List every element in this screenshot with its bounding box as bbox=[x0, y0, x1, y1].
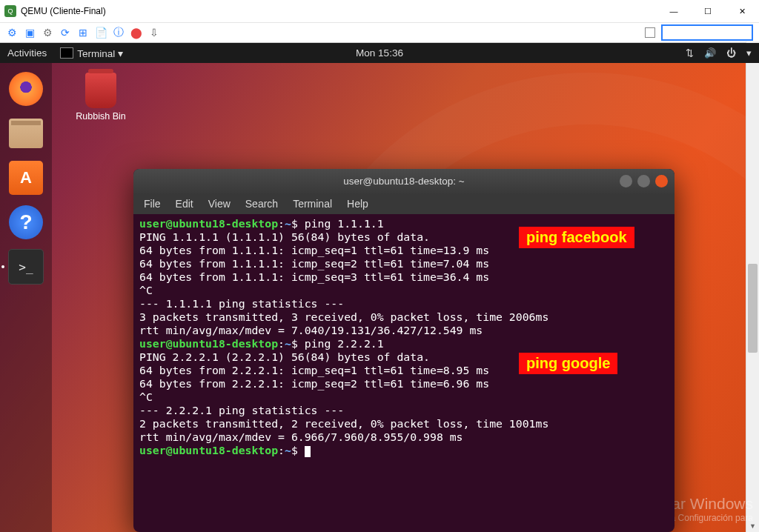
chevron-down-icon[interactable]: ▾ bbox=[746, 47, 752, 59]
terminal-minimize[interactable] bbox=[620, 175, 632, 187]
activities-button[interactable]: Activities bbox=[7, 47, 47, 59]
stop-icon[interactable]: ⬤ bbox=[130, 27, 142, 39]
maximize-button[interactable]: ☐ bbox=[691, 0, 725, 22]
fullscreen-icon[interactable]: ▣ bbox=[24, 27, 36, 39]
sound-icon[interactable]: 🔊 bbox=[704, 47, 716, 59]
guest-desktop: Activities Terminal ▾ Mon 15:36 ⇅ 🔊 ⏻ ▾ … bbox=[0, 43, 759, 532]
app-menu[interactable]: Terminal ▾ bbox=[60, 47, 123, 59]
cursor bbox=[305, 446, 311, 457]
dock-files[interactable] bbox=[7, 115, 44, 152]
trash-label: Rubbish Bin bbox=[71, 111, 130, 122]
trash-icon bbox=[85, 73, 116, 108]
menu-search[interactable]: Search bbox=[245, 198, 278, 210]
app-menu-label: Terminal ▾ bbox=[77, 47, 123, 59]
keyboard-indicator bbox=[645, 27, 655, 38]
qemu-icon: Q bbox=[4, 5, 16, 17]
terminal-icon bbox=[60, 47, 73, 59]
dock-software[interactable]: A bbox=[7, 159, 44, 196]
info-icon[interactable]: ⓘ bbox=[113, 27, 125, 39]
terminal-body[interactable]: user@ubuntu18-desktop:~$ ping 1.1.1.1 PI… bbox=[133, 214, 675, 460]
dock: A ? >_ bbox=[0, 63, 52, 532]
gnome-topbar: Activities Terminal ▾ Mon 15:36 ⇅ 🔊 ⏻ ▾ bbox=[0, 43, 759, 63]
menu-help[interactable]: Help bbox=[347, 198, 368, 210]
terminal-title: user@ubuntu18-desktop: ~ bbox=[343, 176, 464, 187]
terminal-maximize[interactable] bbox=[637, 175, 650, 187]
close-button[interactable]: ✕ bbox=[725, 0, 759, 22]
annotation-facebook: ping facebook bbox=[519, 227, 634, 248]
settings-icon[interactable]: ⚙ bbox=[42, 27, 53, 39]
menu-terminal[interactable]: Terminal bbox=[293, 198, 332, 210]
menu-file[interactable]: File bbox=[144, 198, 161, 210]
terminal-titlebar[interactable]: user@ubuntu18-desktop: ~ bbox=[133, 169, 675, 193]
annotation-google: ping google bbox=[519, 353, 617, 374]
doc-icon[interactable]: 📄 bbox=[95, 27, 107, 39]
connect-icon[interactable]: ⚙ bbox=[6, 27, 18, 39]
desktop-trash[interactable]: Rubbish Bin bbox=[71, 73, 130, 122]
terminal-window: user@ubuntu18-desktop: ~ File Edit View … bbox=[133, 169, 675, 532]
clock[interactable]: Mon 15:36 bbox=[356, 47, 403, 59]
minimize-button[interactable]: — bbox=[657, 0, 691, 22]
dock-help[interactable]: ? bbox=[7, 204, 44, 241]
import-icon[interactable]: ⇩ bbox=[148, 27, 160, 39]
scroll-thumb[interactable] bbox=[748, 264, 758, 353]
dock-firefox[interactable] bbox=[7, 70, 44, 107]
windows-icon[interactable]: ⊞ bbox=[77, 27, 89, 39]
power-icon[interactable]: ⏻ bbox=[726, 47, 736, 59]
dock-terminal[interactable]: >_ bbox=[7, 248, 44, 285]
terminal-menubar: File Edit View Search Terminal Help bbox=[133, 193, 675, 214]
menu-edit[interactable]: Edit bbox=[176, 198, 193, 210]
host-scrollbar[interactable]: ▲ ▼ bbox=[746, 41, 759, 532]
window-title: QEMU (Cliente-Final) bbox=[21, 6, 657, 16]
refresh-icon[interactable]: ⟳ bbox=[59, 27, 71, 39]
qemu-searchbox[interactable] bbox=[661, 24, 753, 41]
network-icon[interactable]: ⇅ bbox=[686, 47, 694, 59]
host-titlebar: Q QEMU (Cliente-Final) — ☐ ✕ bbox=[0, 0, 759, 23]
qemu-toolbar: ⚙ ▣ ⚙ ⟳ ⊞ 📄 ⓘ ⬤ ⇩ bbox=[0, 23, 759, 43]
terminal-close[interactable] bbox=[655, 175, 668, 187]
menu-view[interactable]: View bbox=[208, 198, 231, 210]
